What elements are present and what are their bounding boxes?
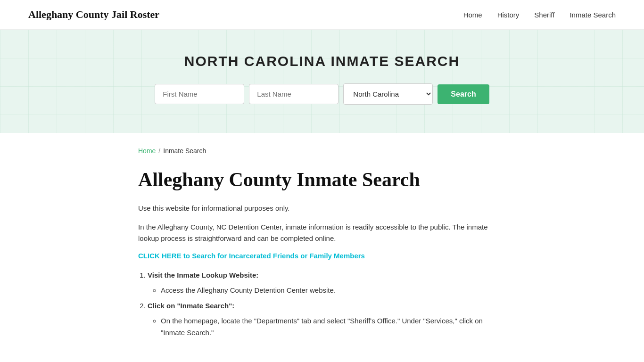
nav-sheriff[interactable]: Sheriff [534,11,554,19]
main-content: Home / Inmate Search Alleghany County In… [110,133,534,362]
state-select[interactable]: North Carolina Alabama Alaska Arizona Ar… [343,83,433,105]
search-button[interactable]: Search [438,84,489,104]
step-2-sub-list: On the homepage, locate the "Departments… [161,315,506,339]
cta-link[interactable]: CLICK HERE to Search for Incarcerated Fr… [138,252,365,260]
search-form: North Carolina Alabama Alaska Arizona Ar… [9,83,635,105]
last-name-input[interactable] [249,84,339,104]
nav-inmate-search[interactable]: Inmate Search [570,11,616,19]
step-1-sub-list: Access the Alleghany County Detention Ce… [161,284,506,296]
nav-home[interactable]: Home [463,11,482,19]
breadcrumb-separator: / [158,147,160,155]
step-1-sub-1: Access the Alleghany County Detention Ce… [161,284,506,296]
intro-paragraph-2: In the Alleghany County, NC Detention Ce… [138,222,506,244]
site-nav: Home History Sheriff Inmate Search [463,11,616,19]
breadcrumb-home-link[interactable]: Home [138,147,156,155]
breadcrumb-current: Inmate Search [163,147,206,155]
site-title: Alleghany County Jail Roster [28,8,159,21]
step-2-sub-1: On the homepage, locate the "Departments… [161,315,506,339]
step-2-label: Click on "Inmate Search": [148,302,234,310]
nav-history[interactable]: History [497,11,520,19]
step-2: Click on "Inmate Search": On the homepag… [148,300,506,339]
hero-banner: NORTH CAROLINA INMATE SEARCH North Carol… [0,30,644,133]
first-name-input[interactable] [155,84,244,104]
step-1-label: Visit the Inmate Lookup Website: [148,271,258,279]
page-title: Alleghany County Inmate Search [138,168,506,191]
step-1: Visit the Inmate Lookup Website: Access … [148,269,506,296]
intro-paragraph-1: Use this website for informational purpo… [138,203,506,214]
site-header: Alleghany County Jail Roster Home Histor… [0,0,644,30]
hero-title: NORTH CAROLINA INMATE SEARCH [9,53,635,69]
breadcrumb: Home / Inmate Search [138,147,506,155]
steps-list: Visit the Inmate Lookup Website: Access … [148,269,506,339]
